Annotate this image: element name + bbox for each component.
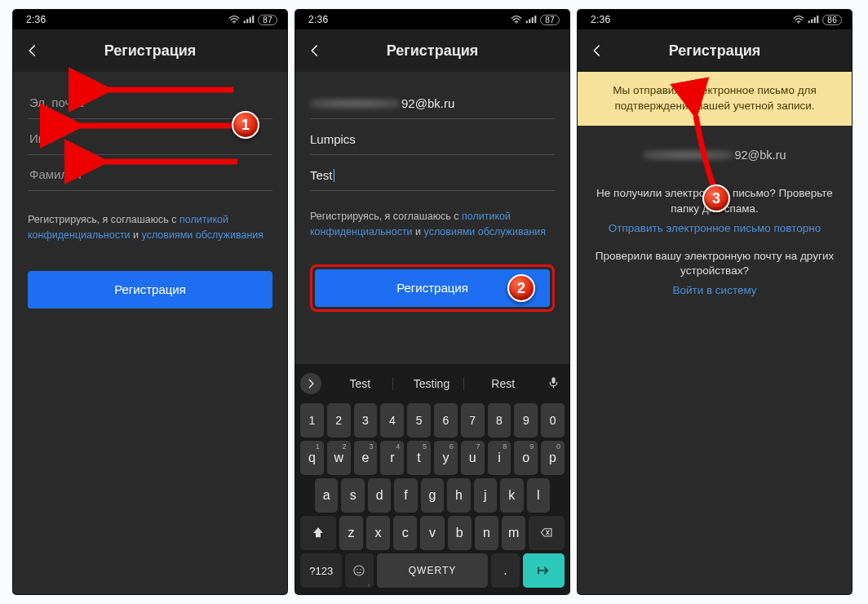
key-c[interactable]: c — [393, 516, 417, 550]
svg-point-0 — [234, 22, 236, 24]
step-marker-1: 1 — [232, 111, 259, 139]
key-o[interactable]: o9 — [514, 441, 538, 475]
battery-indicator: 87 — [258, 15, 277, 25]
confirmed-email: 92@bk.ru — [592, 149, 837, 162]
key-b[interactable]: b — [448, 516, 472, 550]
checked-text: Проверили вашу электронную почту на друг… — [592, 249, 837, 280]
status-time: 2:36 — [26, 14, 46, 25]
key-h[interactable]: h — [447, 478, 470, 513]
status-bar: 2:36 87 — [13, 10, 287, 29]
mic-icon[interactable] — [542, 375, 565, 392]
key-7[interactable]: 7 — [461, 403, 485, 437]
key-8[interactable]: 8 — [488, 403, 512, 437]
soft-keyboard: Test Testing Rest 1234567890 q1w2e3r4t5y… — [295, 364, 569, 594]
key-p[interactable]: p0 — [541, 441, 565, 475]
key-z[interactable]: z — [339, 516, 363, 550]
email-field[interactable]: 92@bk.ru — [310, 87, 555, 119]
app-header: Регистрация — [578, 29, 852, 72]
consent-text: Регистрируясь, я соглашаюсь с политикой … — [310, 209, 555, 240]
key-0[interactable]: 0 — [541, 403, 565, 437]
signal-icon — [525, 15, 537, 24]
svg-rect-13 — [534, 16, 536, 23]
back-button[interactable] — [300, 36, 330, 65]
key-4[interactable]: 4 — [380, 403, 404, 437]
shift-key[interactable] — [300, 516, 336, 550]
key-2[interactable]: 2 — [327, 403, 351, 437]
backspace-key[interactable] — [529, 516, 565, 550]
svg-rect-3 — [250, 17, 251, 23]
symbols-key[interactable]: ?123 — [300, 553, 342, 588]
phone-screen-1: 2:36 87 Регистрация Регистрируясь, я сог… — [13, 10, 287, 594]
key-x[interactable]: x — [366, 516, 390, 550]
svg-rect-4 — [252, 16, 254, 23]
key-q[interactable]: q1 — [300, 441, 324, 475]
key-j[interactable]: j — [474, 478, 497, 513]
signal-icon — [243, 15, 255, 24]
battery-indicator: 87 — [540, 15, 560, 25]
lastname-field[interactable] — [28, 158, 272, 191]
app-header: Регистрация — [295, 29, 569, 72]
key-n[interactable]: n — [475, 516, 498, 550]
suggestion-bar: Test Testing Rest — [299, 367, 566, 400]
page-title: Регистрация — [578, 42, 852, 60]
key-k[interactable]: k — [500, 478, 523, 513]
key-6[interactable]: 6 — [434, 403, 458, 437]
svg-point-19 — [799, 22, 800, 24]
key-y[interactable]: y6 — [434, 441, 458, 475]
svg-point-17 — [361, 569, 361, 570]
svg-rect-21 — [811, 19, 813, 23]
register-button[interactable]: Регистрация — [28, 271, 272, 309]
suggestion-2[interactable]: Testing — [400, 377, 465, 390]
lastname-field[interactable]: Test — [310, 158, 555, 191]
page-title: Регистрация — [295, 42, 569, 60]
wifi-icon — [228, 15, 240, 24]
svg-rect-14 — [551, 377, 555, 384]
space-key[interactable]: QWERTY — [377, 553, 489, 588]
page-title: Регистрация — [13, 42, 287, 60]
login-link[interactable]: Войти в систему — [592, 284, 837, 296]
back-button[interactable] — [582, 36, 612, 65]
svg-rect-2 — [246, 19, 248, 23]
key-i[interactable]: i8 — [488, 441, 512, 475]
key-9[interactable]: 9 — [514, 403, 538, 437]
key-r[interactable]: r4 — [380, 441, 404, 475]
key-1[interactable]: 1 — [300, 403, 324, 437]
suggestion-3[interactable]: Rest — [471, 377, 535, 390]
key-3[interactable]: 3 — [354, 403, 378, 437]
step-marker-2: 2 — [507, 274, 535, 302]
key-s[interactable]: s — [341, 478, 364, 513]
key-l[interactable]: l — [527, 478, 550, 513]
status-bar: 2:36 87 — [295, 10, 569, 29]
key-d[interactable]: d — [368, 478, 391, 513]
status-time: 2:36 — [308, 14, 329, 25]
redacted-text — [643, 150, 733, 160]
firstname-field[interactable]: Lumpics — [310, 122, 555, 155]
svg-point-15 — [354, 566, 364, 575]
key-g[interactable]: g — [421, 478, 444, 513]
key-f[interactable]: f — [394, 478, 417, 513]
svg-rect-1 — [244, 20, 246, 23]
svg-point-9 — [516, 22, 518, 24]
key-a[interactable]: a — [315, 478, 338, 513]
tos-link[interactable]: условиями обслуживания — [424, 226, 547, 238]
key-5[interactable]: 5 — [407, 403, 431, 437]
enter-key[interactable] — [523, 553, 565, 588]
key-t[interactable]: t5 — [407, 441, 431, 475]
key-v[interactable]: v — [420, 516, 444, 550]
period-key[interactable]: . — [491, 553, 519, 588]
consent-text: Регистрируясь, я соглашаюсь с политикой … — [28, 212, 272, 243]
suggestion-1[interactable]: Test — [328, 377, 393, 390]
svg-rect-12 — [532, 17, 534, 23]
status-bar: 2:36 86 — [578, 10, 852, 29]
redacted-text — [310, 99, 400, 109]
status-time: 2:36 — [591, 14, 611, 25]
key-u[interactable]: u7 — [461, 441, 485, 475]
back-button[interactable] — [18, 36, 47, 65]
key-e[interactable]: e3 — [354, 441, 378, 475]
tos-link[interactable]: условиями обслуживания — [142, 229, 264, 241]
emoji-key[interactable]: , — [345, 553, 373, 588]
key-m[interactable]: m — [502, 516, 525, 550]
resend-link[interactable]: Отправить электронное письмо повторно — [592, 222, 837, 234]
key-w[interactable]: w2 — [327, 441, 351, 475]
expand-suggestions-icon[interactable] — [300, 373, 321, 394]
